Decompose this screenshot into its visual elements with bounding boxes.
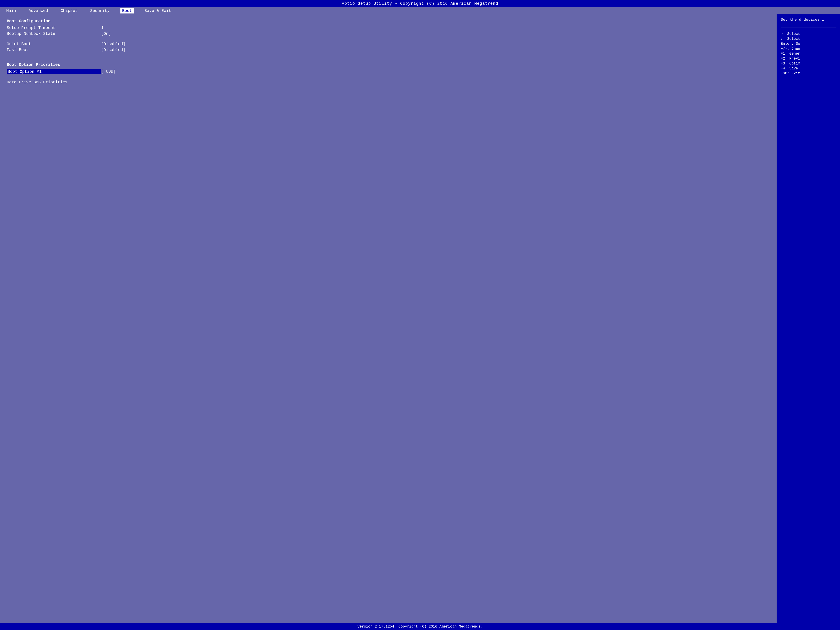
menu-item-chipset[interactable]: Chipset (59, 8, 79, 13)
row-setup-prompt-timeout[interactable]: Setup Prompt Timeout 1 (7, 25, 770, 30)
row-hard-drive-bbs[interactable]: Hard Drive BBS Priorities (7, 80, 770, 84)
shortcut-list: ↔: Select ↕: Select Enter: Se +/-: Chan … (781, 32, 837, 76)
shortcut-f2: F2: Previ (781, 57, 837, 61)
row-bootup-numlock-state[interactable]: Bootup NumLock State [On] (7, 32, 770, 36)
value-quiet-boot: [Disabled] (101, 42, 125, 46)
label-fast-boot: Fast Boot (7, 47, 101, 52)
row-quiet-boot[interactable]: Quiet Boot [Disabled] (7, 42, 770, 46)
help-text: Set the d devices i (781, 17, 837, 22)
bios-screen: Aptio Setup Utility - Copyright (C) 2016… (0, 0, 840, 630)
left-panel: Boot Configuration Setup Prompt Timeout … (0, 14, 777, 623)
menu-bar: Main Advanced Chipset Security Boot Save… (0, 7, 840, 14)
row-fast-boot[interactable]: Fast Boot [Disabled] (7, 47, 770, 52)
shortcut-lr-arrow: ↔: Select (781, 32, 837, 36)
menu-item-save-exit[interactable]: Save & Exit (143, 8, 173, 13)
footer-bar: Version 2.17.1254. Copyright (C) 2016 Am… (0, 623, 840, 630)
right-panel: Set the d devices i ↔: Select ↕: Select … (777, 14, 840, 623)
label-hard-drive-bbs: Hard Drive BBS Priorities (7, 80, 101, 84)
menu-item-advanced[interactable]: Advanced (27, 8, 50, 13)
label-bootup-numlock-state: Bootup NumLock State (7, 32, 101, 36)
shortcut-enter: Enter: Se (781, 42, 837, 46)
section-boot-config: Boot Configuration (7, 19, 770, 24)
title-text: Aptio Setup Utility - Copyright (C) 2016… (342, 2, 498, 6)
shortcut-ud-arrow: ↕: Select (781, 37, 837, 41)
shortcut-f4: F4: Save (781, 66, 837, 71)
label-quiet-boot: Quiet Boot (7, 42, 101, 46)
title-bar: Aptio Setup Utility - Copyright (C) 2016… (0, 0, 840, 7)
shortcut-plus-minus: +/-: Chan (781, 47, 837, 51)
label-boot-option-1: Boot Option #1 (7, 69, 101, 74)
value-boot-option-1: [ USB] (101, 69, 116, 74)
value-bootup-numlock-state: [On] (101, 32, 111, 36)
menu-item-main[interactable]: Main (5, 8, 18, 13)
section-boot-option-priorities: Boot Option Priorities (7, 62, 770, 67)
value-setup-prompt-timeout: 1 (101, 25, 104, 30)
shortcut-f3: F3: Optim (781, 62, 837, 66)
main-content: Boot Configuration Setup Prompt Timeout … (0, 14, 840, 623)
shortcut-f1: F1: Gener (781, 52, 837, 56)
shortcut-esc: ESC: Exit (781, 71, 837, 76)
menu-item-security[interactable]: Security (88, 8, 111, 13)
label-setup-prompt-timeout: Setup Prompt Timeout (7, 25, 101, 30)
value-fast-boot: [Disabled] (101, 47, 125, 52)
menu-item-boot[interactable]: Boot (120, 8, 134, 13)
row-boot-option-1[interactable]: Boot Option #1 [ USB] (7, 69, 770, 74)
footer-text: Version 2.17.1254. Copyright (C) 2016 Am… (357, 625, 483, 628)
